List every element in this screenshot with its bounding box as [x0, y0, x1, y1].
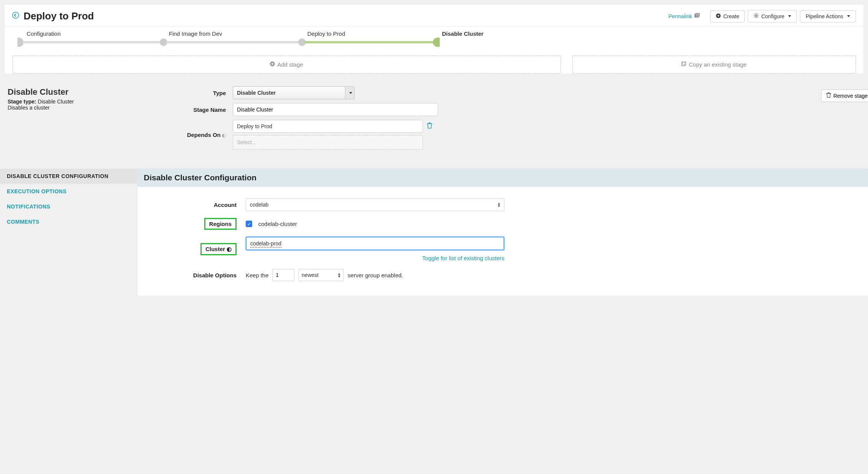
type-label: Type [149, 90, 233, 96]
type-select[interactable]: Disable Cluster [233, 86, 355, 99]
toggle-clusters-link[interactable]: Toggle for list of existing clusters [246, 255, 504, 261]
tab-execution-options[interactable]: EXECUTION OPTIONS [0, 184, 137, 199]
chevron-down-icon [788, 15, 791, 17]
stage-name-input[interactable] [233, 103, 438, 116]
account-select[interactable]: codelab ▴▾ [246, 198, 504, 211]
pipeline-segment [24, 41, 161, 43]
account-label: Account [149, 202, 246, 208]
pipeline-stage-label-active[interactable]: Disable Cluster [442, 30, 483, 37]
create-button[interactable]: Create [710, 10, 745, 22]
depends-on-label: Depends On◐ [149, 132, 233, 138]
pipeline-stage-label[interactable]: Deploy to Prod [307, 30, 345, 37]
type-value: Disable Cluster [233, 87, 345, 99]
cluster-input[interactable]: codelab-prod [246, 237, 504, 250]
stage-info-panel: Disable Cluster Stage type: Disable Clus… [5, 85, 149, 161]
pipeline-stage-label[interactable]: Find Image from Dev [169, 30, 222, 37]
svg-rect-6 [682, 62, 685, 66]
cluster-value: codelab-prod [250, 240, 281, 248]
tab-disable-cluster-configuration[interactable]: DISABLE CLUSTER CONFIGURATION [0, 169, 137, 184]
svg-rect-7 [682, 61, 686, 65]
gear-icon [754, 13, 759, 19]
remove-stage-button[interactable]: Remove stage [821, 89, 868, 102]
depends-on-value[interactable]: Deploy to Prod [233, 120, 423, 133]
pipeline-segment [166, 41, 299, 43]
region-checkbox[interactable]: ✓ [246, 221, 252, 227]
cluster-label: Cluster ◐ [200, 243, 237, 255]
svg-rect-2 [696, 13, 700, 17]
stage-type-value: Disable Cluster [38, 99, 74, 105]
pipeline-end-node[interactable] [433, 38, 440, 47]
pipeline-start-node[interactable] [17, 38, 24, 47]
disable-options-label: Disable Options [149, 272, 246, 278]
pipeline-graph: Configuration Find Image from Dev Deploy… [12, 33, 856, 52]
stage-name-label: Stage Name [149, 107, 233, 113]
copy-stage-button[interactable]: Copy an existing stage [572, 56, 856, 73]
plus-icon [716, 13, 721, 19]
updown-icon: ▴▾ [498, 202, 500, 207]
help-icon[interactable]: ◐ [225, 246, 232, 252]
pipeline-actions-label: Pipeline Actions [806, 13, 843, 19]
stage-description: Disables a cluster [8, 105, 146, 111]
depends-on-add[interactable]: Select... [233, 135, 423, 150]
disable-count-input[interactable] [272, 269, 294, 281]
trash-icon [826, 92, 831, 99]
pipeline-actions-button[interactable]: Pipeline Actions [800, 10, 856, 22]
pipeline-segment-active [304, 41, 434, 43]
config-heading: Disable Cluster Configuration [137, 169, 868, 187]
tab-notifications[interactable]: NOTIFICATIONS [0, 199, 137, 214]
chevron-down-icon [345, 87, 354, 99]
help-icon[interactable]: ◐ [222, 132, 226, 138]
region-value: codelab-cluster [258, 221, 297, 227]
plus-icon [270, 61, 275, 68]
stage-title: Disable Cluster [8, 87, 146, 97]
configure-label: Configure [761, 13, 784, 19]
disable-prefix: Keep the [246, 272, 269, 278]
copy-stage-label: Copy an existing stage [689, 61, 747, 68]
permalink-link[interactable]: Permalink [668, 13, 692, 19]
account-value: codelab [250, 202, 269, 208]
svg-point-0 [13, 12, 19, 19]
tab-comments[interactable]: COMMENTS [0, 214, 137, 229]
disable-order-select[interactable]: newest ▴▾ [298, 269, 344, 281]
disable-suffix: server group enabled. [348, 272, 403, 278]
remove-stage-label: Remove stage [833, 93, 868, 99]
add-stage-button[interactable]: Add stage [12, 56, 561, 73]
regions-label: Regions [204, 218, 237, 230]
create-label: Create [723, 13, 739, 19]
configure-button[interactable]: Configure [748, 10, 797, 22]
add-stage-label: Add stage [277, 61, 303, 68]
svg-point-4 [755, 15, 757, 16]
updown-icon: ▴▾ [338, 272, 340, 278]
stage-type-label: Stage type: [8, 99, 36, 105]
chevron-down-icon [847, 15, 850, 17]
pipeline-stage-label[interactable]: Configuration [27, 30, 60, 37]
back-icon[interactable] [12, 12, 19, 21]
disable-order-value: newest [302, 272, 318, 278]
trash-icon[interactable] [427, 122, 432, 130]
json-icon[interactable] [694, 13, 700, 20]
copy-icon [681, 61, 687, 68]
page-title: Deploy to Prod [24, 10, 94, 22]
